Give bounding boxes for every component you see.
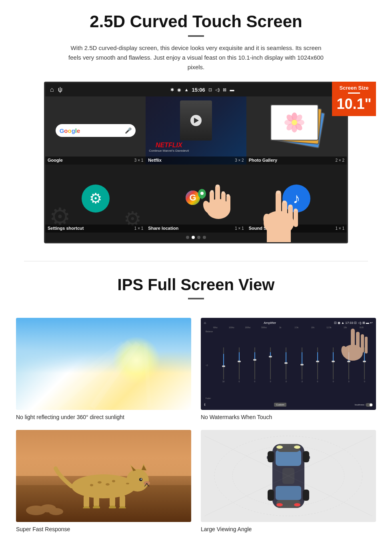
svg-line-40 [35, 343, 123, 408]
sunlight-caption: No light reflecting under 360° direct su… [16, 414, 191, 420]
eq-loudness-label: loudness [355, 403, 364, 406]
svg-point-23 [210, 190, 214, 193]
svg-point-9 [292, 120, 297, 125]
hand-pointing-overlay [198, 169, 238, 223]
section2-underline [188, 298, 204, 299]
gallery-app-name: Photo Gallery [249, 158, 278, 163]
hand-sliders-svg [341, 329, 369, 365]
car-visual [201, 430, 376, 522]
eq-sliders-container: 10 0 [215, 329, 373, 401]
feature-img-eq: ⌂ Amplifier ⊡ ◉ ▲ 17:33 ⊡ ◁) ⊠ ▬ ↩ 60hz … [201, 318, 376, 410]
google-cell[interactable]: Google 🎤 Google 3 × 1 [45, 96, 146, 165]
app-row-1: Google 🎤 Google 3 × 1 [45, 96, 347, 165]
settings-label-bar: Settings shortcut 1 × 1 [45, 225, 146, 233]
google-app-size: 3 × 1 [134, 158, 144, 163]
cheetah-visual [16, 430, 191, 522]
netflix-cell[interactable]: NETFLIX Continue Marvel's Daredevil Netf… [146, 96, 246, 165]
eq-left-labels: Balance ◁) Fader [204, 329, 215, 401]
dust-cloud [24, 500, 64, 518]
dust-svg [24, 500, 64, 516]
eq-volume-icon: ◁) [206, 364, 214, 366]
sound-cell[interactable]: ♪ Sound Search 1 × 1 [246, 165, 347, 233]
svg-rect-19 [221, 192, 226, 210]
volume-icon: ◁) [215, 87, 220, 92]
cheetah-body-svg [48, 456, 160, 508]
svg-point-57 [106, 483, 110, 486]
feature-img-cheetah [16, 430, 191, 522]
hand-svg [198, 169, 238, 221]
eq-slider-3: 0 [248, 347, 261, 383]
svg-line-39 [146, 343, 150, 408]
feature-img-sunlight [16, 318, 191, 410]
status-time: 15:06 [192, 87, 205, 93]
play-button[interactable] [190, 115, 202, 126]
eq-toggle[interactable] [366, 403, 373, 407]
eq-amplifier-label: Amplifier [264, 321, 276, 325]
window-icon: ▬ [230, 87, 234, 92]
usb-icon: ψ [58, 86, 62, 93]
section1-description: With 2.5D curved-display screen, this de… [68, 43, 324, 72]
svg-line-93 [288, 476, 372, 516]
svg-point-60 [126, 483, 129, 484]
svg-point-24 [222, 191, 225, 194]
eq-loudness: loudness [355, 403, 373, 407]
settings-app-name: Settings shortcut [48, 226, 84, 231]
svg-rect-63 [110, 492, 115, 508]
feature-car: Large Viewing Angle [201, 430, 376, 532]
feature-grid: No light reflecting under 360° direct su… [0, 306, 392, 548]
svg-rect-44 [365, 337, 368, 353]
dot-active [192, 236, 195, 239]
netflix-subtitle: Continue Marvel's Daredevil [149, 149, 189, 153]
status-bar: ⌂ ψ ✱ ◉ ▲ 15:06 ⊡ ◁) ⊠ ▬ [45, 83, 347, 96]
netflix-logo: NETFLIX [149, 142, 189, 149]
car-caption: Large Viewing Angle [201, 526, 376, 532]
google-app-name: Google [48, 158, 63, 163]
badge-size: 10.1" [334, 97, 374, 111]
netflix-app-name: Netflix [148, 158, 162, 163]
svg-point-54 [141, 479, 142, 480]
sunlight-visual [16, 318, 191, 410]
light-rays-svg [16, 318, 191, 410]
badge-line [348, 92, 360, 94]
angle-lines-svg [201, 430, 376, 522]
screen-size-badge: Screen Size 10.1" [332, 82, 376, 116]
maps-cell[interactable]: G [146, 165, 246, 233]
section2-title: IPS Full Screen View [24, 276, 368, 294]
eq-caption: No Watermarks When Touch [201, 414, 376, 420]
sound-app-size: 1 × 1 [335, 226, 344, 231]
flower-svg [278, 108, 310, 136]
maps-app-size: 1 × 1 [235, 226, 244, 231]
eq-topbar: ⌂ Amplifier ⊡ ◉ ▲ 17:33 ⊡ ◁) ⊠ ▬ ↩ [204, 321, 373, 325]
gallery-app-size: 2 × 2 [335, 158, 344, 163]
camera-icon: ⊡ [208, 87, 212, 92]
eq-slider-2: 0 [232, 347, 246, 383]
status-left: ⌂ ψ [50, 86, 62, 93]
sound-icon[interactable]: ♪ [282, 185, 310, 213]
eq-back-btn: ⟪ [204, 403, 206, 406]
eq-slider-5: 0 [280, 347, 293, 383]
play-triangle [194, 118, 199, 123]
svg-text:G: G [189, 193, 196, 203]
gallery-card-3 [270, 104, 318, 141]
equalizer-visual: ⌂ Amplifier ⊡ ◉ ▲ 17:33 ⊡ ◁) ⊠ ▬ ↩ 60hz … [201, 318, 376, 410]
settings-cell[interactable]: ⚙ ⚙ ⚙ Settings shortcut 1 × 1 [45, 165, 146, 233]
title-underline [188, 35, 204, 37]
status-center: ✱ ◉ ▲ 15:06 ⊡ ◁) ⊠ ▬ [62, 87, 342, 93]
eq-custom-button[interactable]: Custom [274, 403, 286, 407]
home-icon[interactable]: ⌂ [50, 86, 54, 93]
eq-bottom-bar: ⟪ Custom loudness [204, 403, 373, 407]
google-logo: Google [60, 127, 80, 134]
wifi-icon: ▲ [184, 87, 189, 92]
netflix-label-bar: Netflix 3 × 2 [146, 157, 246, 165]
cheetah-caption: Super Fast Response [16, 526, 191, 532]
netflix-figure [180, 100, 212, 141]
settings-icon[interactable]: ⚙ [82, 185, 110, 213]
svg-rect-62 [94, 492, 99, 508]
badge-label: Screen Size [334, 85, 374, 91]
svg-rect-20 [226, 195, 230, 211]
section-ips: IPS Full Screen View [0, 261, 392, 299]
svg-point-48 [126, 469, 149, 492]
svg-line-92 [205, 476, 288, 516]
maps-label-bar: Share location 1 × 1 [146, 225, 246, 233]
google-search-bar[interactable]: Google 🎤 [56, 124, 136, 137]
